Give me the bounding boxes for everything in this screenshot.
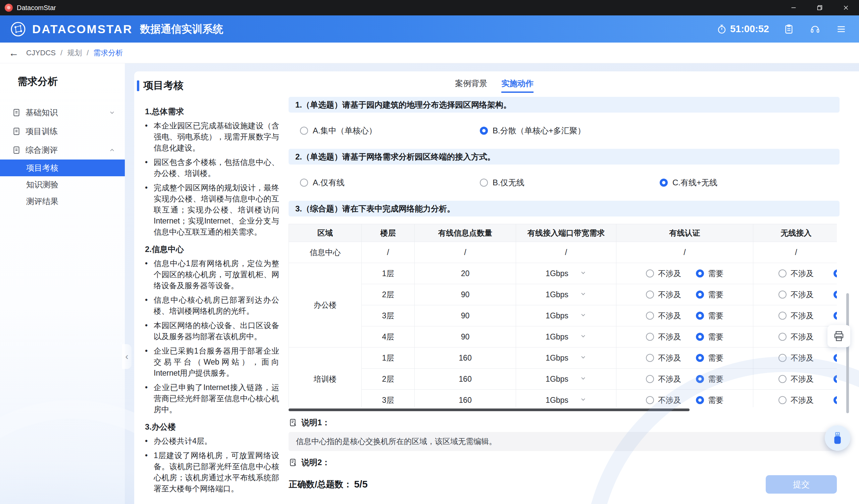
auth-option[interactable]: 不涉及 — [646, 353, 681, 363]
close-button[interactable] — [833, 0, 859, 15]
auth-option[interactable]: 需要 — [696, 332, 723, 342]
radio-unselected-icon[interactable] — [480, 178, 488, 187]
radio-selected-icon[interactable] — [833, 269, 837, 278]
auth-option[interactable]: 需要 — [696, 268, 723, 279]
sidebar-collapse-handle[interactable]: ‹ — [122, 344, 132, 369]
answer-option[interactable]: C.有线+无线 — [660, 177, 840, 188]
auth-option[interactable]: 不涉及 — [646, 374, 681, 384]
radio-selected-icon[interactable] — [833, 396, 837, 404]
tab-case-background[interactable]: 案例背景 — [455, 78, 487, 93]
wireless-option[interactable]: 不涉及 — [779, 311, 814, 321]
radio-unselected-icon[interactable] — [646, 354, 654, 362]
wireless-option[interactable]: 不涉及 — [779, 374, 814, 384]
bandwidth-select[interactable]: 1Gbps — [516, 375, 616, 384]
auth-option[interactable]: 需要 — [696, 311, 723, 321]
radio-unselected-icon[interactable] — [646, 269, 654, 278]
radio-selected-icon[interactable] — [833, 290, 837, 299]
case-bullet: •信息中心核心机房已部署到达办公楼、培训楼网络机房的光纤。 — [145, 295, 279, 317]
auth-option[interactable]: 不涉及 — [646, 311, 681, 321]
sidebar-subitem-knowledge-quiz[interactable]: 知识测验 — [0, 176, 125, 193]
radio-unselected-icon[interactable] — [779, 290, 786, 299]
wireless-option[interactable]: 不涉及 — [779, 289, 814, 300]
minimize-button[interactable] — [781, 0, 807, 15]
auth-option[interactable]: 不涉及 — [646, 268, 681, 279]
radio-selected-icon[interactable] — [833, 312, 837, 320]
bandwidth-cell: 1Gbps — [516, 284, 616, 305]
radio-selected-icon[interactable] — [696, 375, 704, 383]
sidebar-item-project-training[interactable]: 项目训练 — [0, 122, 125, 141]
radio-unselected-icon[interactable] — [779, 333, 786, 341]
auth-option[interactable]: 需要 — [696, 395, 723, 406]
bandwidth-cell: 1Gbps — [516, 305, 616, 326]
radio-selected-icon[interactable] — [696, 396, 704, 404]
radio-unselected-icon[interactable] — [646, 396, 654, 404]
bandwidth-select[interactable]: 1Gbps — [516, 332, 616, 342]
radio-unselected-icon[interactable] — [646, 375, 654, 383]
sidebar-item-comprehensive-evaluation[interactable]: 综合测评 — [0, 141, 125, 159]
bandwidth-select[interactable]: 1Gbps — [516, 396, 616, 405]
sidebar-subitem-evaluation-results[interactable]: 测评结果 — [0, 193, 125, 210]
tab-implementation-action[interactable]: 实施动作 — [501, 78, 533, 93]
auth-option[interactable]: 不涉及 — [646, 289, 681, 300]
radio-unselected-icon[interactable] — [300, 178, 308, 187]
submit-button[interactable]: 提交 — [766, 475, 837, 493]
option-label: 不涉及 — [658, 332, 681, 342]
radio-selected-icon[interactable] — [480, 127, 488, 135]
auth-option[interactable]: 不涉及 — [646, 395, 681, 406]
floor-cell: 3层 — [362, 305, 415, 326]
bandwidth-select[interactable]: 1Gbps — [516, 311, 616, 320]
auth-option[interactable]: 需要 — [696, 353, 723, 363]
wireless-option[interactable]: 不涉及 — [779, 395, 814, 406]
radio-unselected-icon[interactable] — [300, 127, 308, 135]
points-cell: / — [415, 242, 516, 263]
breadcrumb-root[interactable]: CJYDCS — [26, 49, 56, 57]
usb-device-button[interactable] — [825, 425, 850, 451]
radio-selected-icon[interactable] — [696, 290, 704, 299]
breadcrumb-section[interactable]: 规划 — [67, 48, 82, 58]
support-button[interactable] — [809, 23, 822, 35]
radio-unselected-icon[interactable] — [779, 396, 786, 404]
auth-option[interactable]: 需要 — [696, 289, 723, 300]
table-row: 2层901Gbps不涉及需要不涉及 — [289, 284, 837, 305]
radio-selected-icon[interactable] — [696, 269, 704, 278]
back-button[interactable]: ← — [9, 47, 19, 59]
radio-selected-icon[interactable] — [833, 354, 837, 362]
report-button[interactable] — [783, 23, 795, 35]
vertical-scrollbar-thumb[interactable] — [846, 293, 849, 413]
capability-table: 区域楼层有线信息点数量有线接入端口带宽需求有线认证无线接入 信息中心/////办… — [289, 224, 837, 407]
radio-selected-icon[interactable] — [696, 354, 704, 362]
breadcrumb: ← CJYDCS / 规划 / 需求分析 — [0, 43, 859, 63]
radio-unselected-icon[interactable] — [779, 375, 786, 383]
radio-selected-icon[interactable] — [833, 375, 837, 383]
radio-selected-icon[interactable] — [696, 333, 704, 341]
restore-button[interactable] — [807, 0, 833, 15]
radio-unselected-icon[interactable] — [779, 312, 786, 320]
radio-unselected-icon[interactable] — [646, 312, 654, 320]
bandwidth-select[interactable]: 1Gbps — [516, 269, 616, 278]
chevron-down-icon — [580, 375, 587, 384]
wireless-option[interactable]: 不涉及 — [779, 268, 814, 279]
wireless-option[interactable]: 不涉及 — [779, 332, 814, 342]
option-label: 不涉及 — [658, 311, 681, 321]
screenshot-tool-button[interactable] — [827, 325, 850, 347]
radio-unselected-icon[interactable] — [779, 354, 786, 362]
radio-selected-icon[interactable] — [660, 178, 668, 187]
radio-unselected-icon[interactable] — [646, 333, 654, 341]
sidebar-subitem-project-assessment[interactable]: 项目考核 — [0, 159, 125, 176]
answer-option[interactable]: A.集中（单核心） — [300, 125, 480, 136]
auth-option[interactable]: 不涉及 — [646, 332, 681, 342]
bandwidth-select[interactable]: 1Gbps — [516, 290, 616, 299]
radio-unselected-icon[interactable] — [646, 290, 654, 299]
bandwidth-select[interactable]: 1Gbps — [516, 353, 616, 363]
auth-option[interactable]: 需要 — [696, 374, 723, 384]
horizontal-scrollbar-thumb[interactable] — [289, 409, 690, 411]
sidebar-item-basic-knowledge[interactable]: 基础知识 — [0, 103, 125, 122]
answer-option[interactable]: B.分散（单核心+多汇聚） — [480, 125, 660, 136]
radio-selected-icon[interactable] — [696, 312, 704, 320]
menu-button[interactable] — [835, 23, 848, 35]
answer-option[interactable]: A.仅有线 — [300, 177, 480, 188]
wireless-option[interactable]: 不涉及 — [779, 353, 814, 363]
answer-option[interactable]: B.仅无线 — [480, 177, 660, 188]
note-1-label: 说明1： — [301, 417, 330, 428]
radio-unselected-icon[interactable] — [779, 269, 786, 278]
